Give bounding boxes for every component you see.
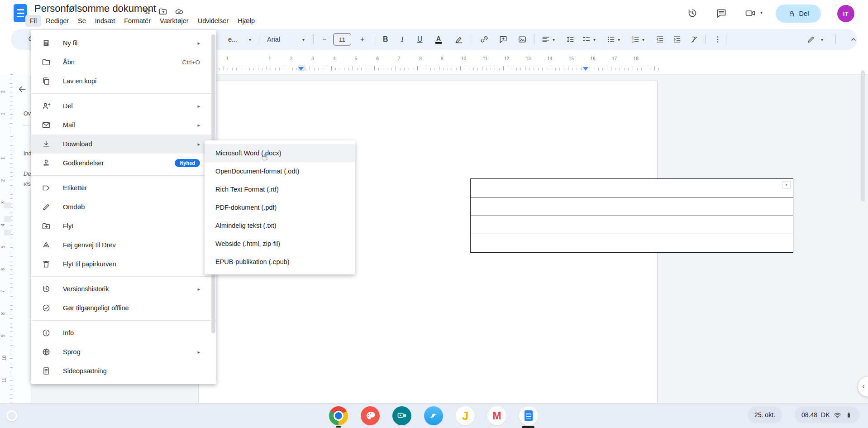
caret-down-icon[interactable]: ▾ — [302, 37, 305, 42]
table-row[interactable] — [471, 216, 793, 234]
right-indent-marker[interactable] — [583, 67, 588, 71]
submenu-item-epub-publikation-epub[interactable]: EPUB-publikation (.epub) — [205, 253, 355, 271]
numbered-list-icon[interactable]: 123 — [631, 35, 640, 44]
cloud-status-icon[interactable] — [175, 7, 184, 16]
more-options-icon[interactable] — [713, 35, 722, 44]
table-menu-button[interactable]: ▾ — [782, 181, 791, 189]
checklist-icon[interactable] — [582, 35, 591, 44]
caret-down-icon[interactable]: ▾ — [618, 37, 620, 42]
table-row[interactable]: ▾ — [471, 179, 793, 197]
clear-formatting-icon[interactable] — [690, 35, 699, 44]
menubar-item-fil[interactable]: Fil — [25, 15, 41, 27]
font-size-wrap[interactable]: 11 — [333, 34, 351, 46]
submenu-item-almindelig-tekst-txt[interactable]: Almindelig tekst (.txt) — [205, 216, 355, 235]
menubar-item-rediger[interactable]: Rediger — [41, 15, 73, 27]
side-panel-expand-button[interactable]: ‹ — [858, 377, 868, 397]
close-outline-icon[interactable] — [17, 84, 27, 94]
video-call-caret-icon[interactable]: ▾ — [760, 10, 766, 21]
menubar-item-vaerktojer[interactable]: Værktøjer — [155, 15, 193, 27]
submenu-item-microsoft-word-docx[interactable]: Microsoft Word (.docx) — [205, 144, 355, 162]
document-scrollbar[interactable] — [861, 70, 865, 202]
share-button[interactable]: Del — [776, 5, 821, 23]
menu-item-info[interactable]: Info — [31, 323, 216, 342]
text-color-button[interactable]: A — [435, 35, 442, 44]
submenu-item-pdf-dokument-pdf[interactable]: PDF-dokument (.pdf) — [205, 198, 355, 216]
shelf-app-docs[interactable] — [519, 406, 538, 425]
table-row[interactable] — [471, 197, 793, 216]
table-row[interactable] — [471, 234, 793, 252]
shelf-app-canvas[interactable] — [361, 406, 380, 425]
trash-icon — [42, 260, 51, 269]
menubar-item-se[interactable]: Se — [73, 15, 91, 27]
font-size-field[interactable]: 11 — [333, 34, 351, 46]
caret-down-icon[interactable]: ▾ — [249, 37, 251, 42]
menu-item-foj-genvej-til-drev[interactable]: Føj genvej til Drev — [31, 236, 216, 255]
menu-item-flyt-til-papirkurven[interactable]: Flyt til papirkurven — [31, 255, 216, 274]
submenu-item-rich-text-format-rtf[interactable]: Rich Text Format (.rtf) — [205, 180, 355, 198]
menu-item-omdob[interactable]: Omdøb — [31, 197, 216, 216]
align-icon[interactable] — [541, 35, 550, 44]
move-folder-icon[interactable] — [158, 7, 167, 16]
line-spacing-icon[interactable] — [566, 35, 575, 44]
menu-item-flyt[interactable]: Flyt — [31, 216, 216, 236]
menu-item-versionshistorik[interactable]: Versionshistorik▸ — [31, 279, 216, 298]
menu-item-del[interactable]: Del▸ — [31, 96, 216, 115]
bulleted-list-icon[interactable] — [606, 35, 615, 44]
menu-item-gor-tilgaengeligt-offline[interactable]: Gør tilgængeligt offline — [31, 298, 216, 317]
increase-indent-icon[interactable] — [672, 35, 682, 44]
menu-item-etiketter[interactable]: Etiketter — [31, 178, 216, 197]
add-comment-icon[interactable] — [499, 35, 508, 44]
paragraph-style-dropdown[interactable]: e... — [228, 36, 247, 43]
menu-item-sideopsaetning[interactable]: Sideopsætning — [31, 361, 216, 380]
document-title[interactable]: Personfølsomme dokument — [34, 3, 156, 14]
submenu-item-opendocument-format-odt[interactable]: OpenDocument-format (.odt) — [205, 162, 355, 180]
insert-image-icon[interactable] — [518, 35, 527, 44]
avatar[interactable]: IT — [837, 5, 854, 22]
menu-item-mail[interactable]: Mail▸ — [31, 115, 216, 135]
shelf-app-screencast[interactable] — [392, 406, 411, 425]
shelf-app-gmail[interactable]: M — [487, 406, 506, 425]
caret-down-icon[interactable]: ▾ — [821, 37, 823, 42]
shelf-app-jamboard[interactable]: J — [456, 406, 475, 425]
insert-link-icon[interactable] — [480, 35, 489, 44]
hide-menus-icon[interactable] — [849, 35, 858, 44]
font-family-dropdown[interactable]: Arial — [267, 36, 295, 43]
bold-button[interactable]: B — [383, 35, 388, 43]
menubar-item-udvidelser[interactable]: Udvidelser — [193, 15, 234, 27]
menu-item-download[interactable]: Download▸ — [31, 135, 216, 154]
video-call-icon[interactable] — [745, 8, 756, 19]
decrease-indent-icon[interactable] — [655, 35, 664, 44]
star-icon[interactable] — [143, 7, 152, 16]
ruler-number: 4 — [0, 224, 5, 226]
menu-item-godkendelser[interactable]: GodkendelserNyhed — [31, 154, 216, 173]
menu-item-sprog[interactable]: Sprog▸ — [31, 342, 216, 361]
menu-item-ny-fil[interactable]: Ny fil▸ — [31, 34, 216, 53]
caret-down-icon[interactable]: ▾ — [593, 37, 596, 42]
caret-down-icon[interactable]: ▾ — [553, 37, 555, 42]
italic-button[interactable]: I — [401, 35, 404, 44]
menu-item-lav-en-kopi[interactable]: Lav en kopi — [31, 72, 216, 91]
menubar-item-indsaet[interactable]: Indsæt — [91, 15, 119, 27]
document-table[interactable]: ▾ — [470, 178, 793, 253]
ruler-number: 1 — [268, 56, 271, 61]
comments-icon[interactable] — [716, 8, 727, 19]
caret-down-icon[interactable]: ▾ — [642, 37, 644, 42]
mail-icon — [42, 120, 51, 130]
menubar-item-formater[interactable]: Formatér — [119, 15, 155, 27]
menu-item-abn[interactable]: ÅbnCtrl+O — [31, 53, 216, 72]
submenu-item-webside-html-zip-fil[interactable]: Webside (.html, zip-fil) — [205, 235, 355, 253]
highlight-icon[interactable] — [454, 35, 463, 44]
version-history-icon[interactable] — [687, 8, 698, 19]
menubar-item-hjaelp[interactable]: Hjælp — [233, 15, 259, 27]
status-tray[interactable]: 08.48 DK — [795, 407, 859, 423]
date-pill[interactable]: 25. okt. — [748, 407, 782, 423]
launcher-icon[interactable] — [6, 410, 17, 421]
shelf-app-gallery[interactable] — [424, 406, 443, 425]
shelf-app-chrome[interactable] — [329, 406, 348, 425]
vertical-ruler[interactable]: 211234567891011 — [0, 74, 14, 428]
underline-button[interactable]: U — [417, 35, 423, 43]
decrease-font-size-button[interactable]: − — [322, 35, 326, 43]
left-indent-marker[interactable] — [298, 67, 304, 71]
increase-font-size-button[interactable]: + — [360, 35, 364, 43]
editing-mode-icon[interactable] — [806, 35, 816, 44]
